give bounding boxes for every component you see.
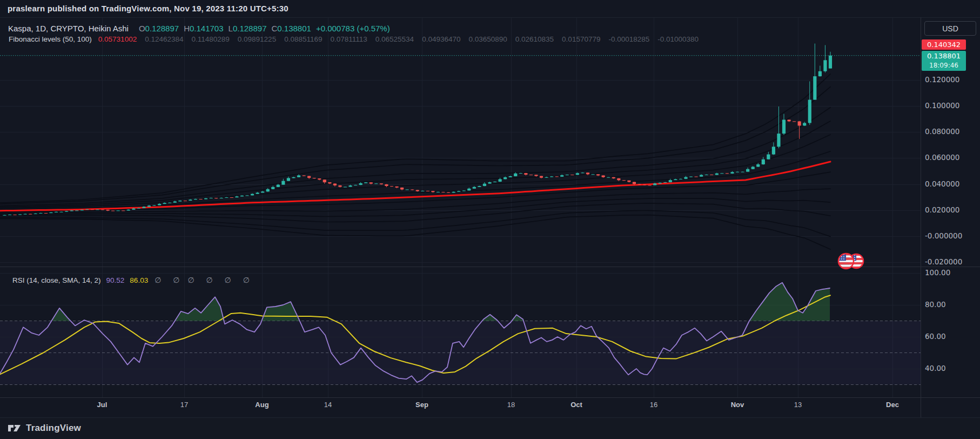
fib-red-value: 0.05731002 bbox=[98, 35, 137, 43]
time-tick-label: 14 bbox=[324, 401, 332, 409]
fib-level-value: 0.11480289 bbox=[191, 35, 229, 43]
tradingview-logo-icon bbox=[8, 423, 22, 434]
time-tick-label: Sep bbox=[415, 401, 428, 409]
time-tick-label: 17 bbox=[180, 401, 188, 409]
rsi-value: 90.52 bbox=[106, 276, 125, 284]
tradingview-published-chart: praslearn published on TradingView.com, … bbox=[0, 0, 980, 439]
ohlc-values: O0.128897H0.141703L0.128897C0.138801 bbox=[134, 24, 311, 33]
fib-level-value: -0.01000380 bbox=[657, 35, 699, 43]
rsi-tick-label: 40.00 bbox=[925, 364, 946, 373]
publish-header: praslearn published on TradingView.com, … bbox=[0, 0, 980, 17]
price-tick-label: 0.080000 bbox=[925, 127, 959, 136]
rsi-empty-values: ∅ ∅ ∅ ∅ bbox=[187, 276, 254, 284]
publish-note: praslearn published on TradingView.com, … bbox=[8, 4, 288, 13]
symbol-title: Kaspa, 1D, CRYPTO, Heikin Ashi bbox=[8, 24, 129, 33]
time-tick-label: 18 bbox=[507, 401, 515, 409]
bar-countdown: 18:09:46 bbox=[922, 61, 966, 70]
price-tick-label: 0.060000 bbox=[925, 153, 959, 162]
usa-flags-sticker[interactable] bbox=[838, 253, 864, 269]
ohlc-letter: O bbox=[139, 24, 145, 33]
ohlc-letter: H bbox=[184, 24, 190, 33]
fib-values: 0.124623840.114802890.098912250.08851169… bbox=[137, 35, 699, 43]
fib-level-value: 0.08851169 bbox=[284, 35, 322, 43]
rsi-sma-value: 86.03 bbox=[130, 276, 148, 284]
price-tick-label: 0.020000 bbox=[925, 205, 959, 214]
chart-graphics[interactable] bbox=[0, 0, 980, 439]
fib-level-value: 0.04936470 bbox=[422, 35, 460, 43]
change-value: +0.000783 (+0.57%) bbox=[316, 24, 390, 33]
ohlc-value: 0.128897 bbox=[145, 24, 179, 33]
time-tick-label: 13 bbox=[794, 401, 802, 409]
footer-bar: TradingView bbox=[0, 417, 980, 439]
ohlc-value: 0.141703 bbox=[190, 24, 224, 33]
price-tick-label: 0.040000 bbox=[925, 179, 959, 188]
ohlc-value: 0.128897 bbox=[233, 24, 267, 33]
rsi-tick-label: 60.00 bbox=[925, 332, 946, 341]
fib-level-value: 0.02610835 bbox=[515, 35, 554, 43]
ohlc-letter: L bbox=[229, 24, 233, 33]
ohlc-letter: C bbox=[271, 24, 277, 33]
price-tick-label: -0.020000 bbox=[925, 257, 962, 266]
price-tick-label: -0.000000 bbox=[925, 231, 962, 240]
fib-level-value: 0.06525534 bbox=[375, 35, 414, 43]
time-tick-label: 16 bbox=[650, 401, 657, 409]
currency-usd-button[interactable]: USD bbox=[924, 21, 976, 36]
fib-level-value: 0.09891225 bbox=[238, 35, 276, 43]
ohlc-value: 0.138801 bbox=[277, 24, 311, 33]
fib-label: Fibonacci levels (50, 100) bbox=[9, 35, 92, 43]
usd-button-label: USD bbox=[942, 24, 958, 33]
fibonacci-indicator-row[interactable]: Fibonacci levels (50, 100)0.057310020.12… bbox=[9, 35, 699, 43]
time-tick-label: Aug bbox=[255, 401, 269, 409]
price-tick-label: 0.120000 bbox=[925, 75, 959, 84]
last-price-value: 0.138801 bbox=[922, 51, 966, 61]
fib-level-value: -0.00018285 bbox=[608, 35, 649, 43]
rsi-tick-label: 100.00 bbox=[925, 268, 950, 277]
fib-level-value: 0.07811113 bbox=[330, 35, 367, 43]
tradingview-logo[interactable]: TradingView bbox=[8, 423, 81, 434]
rsi-indicator-row[interactable]: RSI (14, close, SMA, 14, 2)90.5286.03∅ ∅… bbox=[12, 276, 254, 284]
fib-level-value: 0.12462384 bbox=[145, 35, 183, 43]
symbol-status-row[interactable]: Kaspa, 1D, CRYPTO, Heikin AshiO0.128897H… bbox=[8, 24, 390, 33]
time-tick-label: Nov bbox=[731, 401, 744, 409]
time-tick-label: Oct bbox=[570, 401, 582, 409]
tradingview-brand-text: TradingView bbox=[26, 423, 81, 434]
rsi-tick-label: 80.00 bbox=[925, 300, 946, 309]
high-price-badge: 0.140342 bbox=[922, 39, 966, 50]
time-tick-label: Jul bbox=[97, 401, 108, 409]
rsi-empty-values: ∅ ∅ bbox=[155, 276, 184, 284]
last-price-badge: 0.138801 18:09:46 bbox=[922, 51, 966, 71]
fib-level-value: 0.01570779 bbox=[562, 35, 600, 43]
time-tick-label: Dec bbox=[886, 401, 899, 409]
fib-level-value: 0.03650890 bbox=[468, 35, 507, 43]
price-tick-label: 0.100000 bbox=[925, 101, 959, 110]
rsi-label: RSI (14, close, SMA, 14, 2) bbox=[12, 276, 101, 284]
